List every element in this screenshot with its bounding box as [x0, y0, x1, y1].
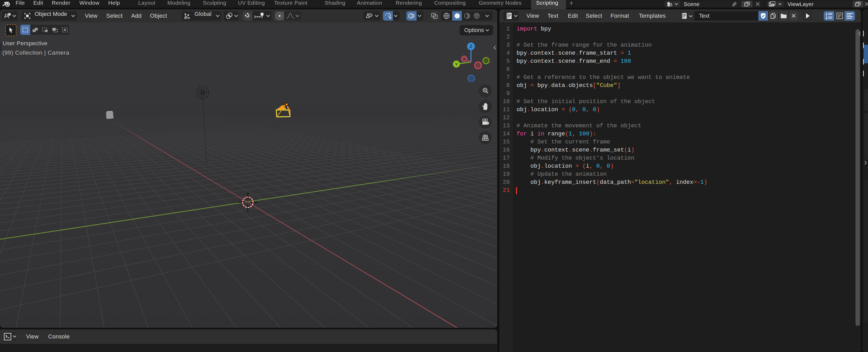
svg-text:Y: Y [455, 62, 458, 66]
svg-text:X: X [463, 57, 465, 61]
svg-text:1: 1 [826, 12, 827, 16]
svg-text:2: 2 [826, 16, 827, 20]
svg-text:Z: Z [470, 44, 472, 49]
